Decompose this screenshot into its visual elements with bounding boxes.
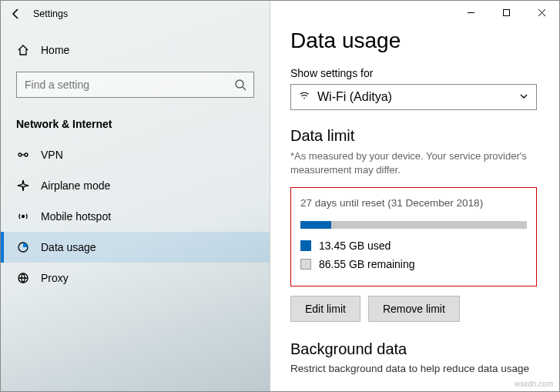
remaining-text: 86.55 GB remaining <box>319 258 415 270</box>
sidebar-item-label: Proxy <box>41 272 69 284</box>
background-data-text: Restrict background data to help reduce … <box>290 363 537 374</box>
svg-rect-6 <box>503 9 509 15</box>
chevron-down-icon <box>519 90 528 104</box>
sidebar-item-label: Mobile hotspot <box>41 210 111 223</box>
svg-point-3 <box>22 216 25 218</box>
sidebar-item-label: VPN <box>41 149 63 161</box>
page-title: Data usage <box>290 28 539 53</box>
network-dropdown[interactable]: Wi-Fi (Aditya) <box>290 84 537 110</box>
nav-home-label: Home <box>41 44 69 56</box>
maximize-button[interactable] <box>488 1 524 24</box>
close-button[interactable] <box>524 1 559 24</box>
section-header: Network & Internet <box>1 106 270 139</box>
data-usage-icon <box>16 241 30 253</box>
proxy-icon <box>16 272 30 284</box>
nav-home[interactable]: Home <box>1 36 270 64</box>
search-icon <box>234 79 246 91</box>
home-icon <box>16 44 30 56</box>
show-settings-label: Show settings for <box>290 67 539 79</box>
data-limit-heading: Data limit <box>290 127 539 145</box>
svg-point-2 <box>25 153 28 156</box>
usage-bar-fill <box>300 221 331 229</box>
used-text: 13.45 GB used <box>319 240 391 252</box>
legend-used: 13.45 GB used <box>300 240 527 252</box>
sidebar-item-label: Data usage <box>41 241 96 253</box>
dropdown-selected: Wi-Fi (Aditya) <box>317 90 392 104</box>
sidebar-item-hotspot[interactable]: Mobile hotspot <box>1 201 270 232</box>
hotspot-icon <box>16 210 30 223</box>
background-data-heading: Background data <box>290 340 539 358</box>
edit-limit-button[interactable]: Edit limit <box>290 296 360 322</box>
swatch-used-icon <box>300 240 311 251</box>
sidebar-item-airplane[interactable]: Airplane mode <box>1 170 270 201</box>
sidebar-item-label: Airplane mode <box>41 179 110 192</box>
wifi-icon <box>299 90 310 104</box>
swatch-remaining-icon <box>300 259 311 270</box>
remove-limit-button[interactable]: Remove limit <box>368 296 460 322</box>
minimize-button[interactable] <box>453 1 488 24</box>
sidebar-item-proxy[interactable]: Proxy <box>1 263 270 293</box>
sidebar-item-data-usage[interactable]: Data usage <box>1 232 270 263</box>
data-limit-box: 27 days until reset (31 December 2018) 1… <box>290 187 537 286</box>
data-limit-note: *As measured by your device. Your servic… <box>290 149 537 176</box>
window-title: Settings <box>33 8 68 19</box>
legend-remaining: 86.55 GB remaining <box>300 258 527 270</box>
reset-text: 27 days until reset (31 December 2018) <box>300 197 527 209</box>
svg-point-1 <box>18 153 22 156</box>
vpn-icon <box>16 149 30 161</box>
svg-point-0 <box>236 80 243 88</box>
usage-bar <box>300 221 527 229</box>
airplane-icon <box>16 179 30 192</box>
search-input[interactable] <box>16 72 254 98</box>
sidebar-item-vpn[interactable]: VPN <box>1 139 270 170</box>
back-button[interactable] <box>4 2 29 26</box>
